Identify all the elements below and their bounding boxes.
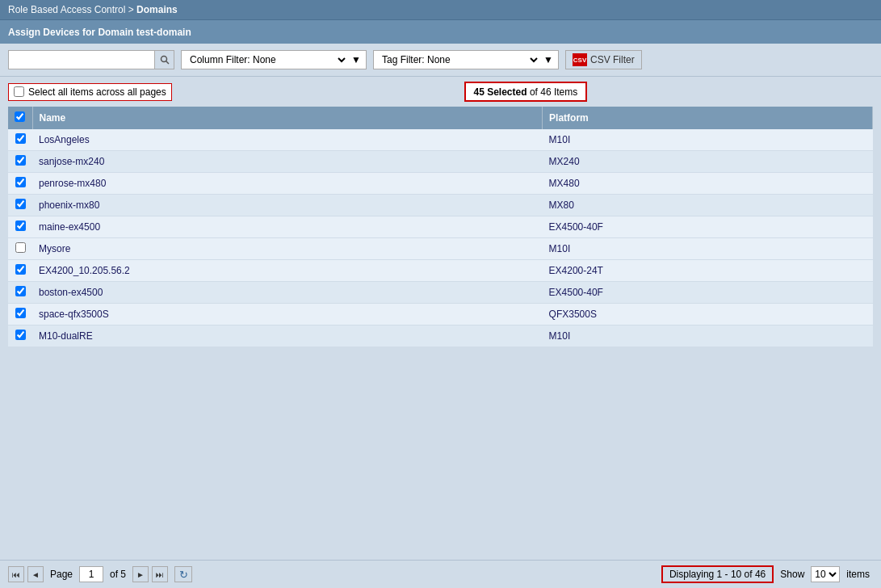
last-page-button[interactable]: ⏭ (152, 566, 168, 582)
table-row: M10-dualREM10I (8, 326, 873, 347)
footer: ⏮ ◄ Page of 5 ► ⏭ ↻ Displaying 1 - 10 of… (0, 560, 881, 588)
row-checkbox-cell (8, 173, 32, 195)
select-all-checkbox[interactable] (14, 86, 24, 97)
search-button[interactable] (154, 51, 174, 69)
row-checkbox-cell (8, 260, 32, 282)
row-checkbox[interactable] (15, 177, 26, 187)
page-label: Page (47, 569, 76, 580)
items-label: items (843, 569, 873, 580)
column-filter-dropdown[interactable]: Column Filter: None ▼ (181, 50, 367, 69)
select-all-text: Select all items across all pages (28, 86, 166, 98)
row-device-platform: EX4500-40F (543, 216, 873, 238)
row-checkbox[interactable] (15, 286, 26, 296)
breadcrumb-part2: Domains (136, 4, 178, 15)
row-checkbox[interactable] (15, 330, 26, 340)
devices-table: Name Platform LosAngelesM10Isanjose-mx24… (8, 107, 873, 347)
select-all-label[interactable]: Select all items across all pages (8, 83, 172, 101)
displaying-text: Displaying 1 - 10 of 46 (669, 569, 766, 580)
selected-count-badge: 45 Selected of 46 Items (464, 82, 588, 102)
csv-icon: CSV (573, 53, 587, 66)
row-checkbox[interactable] (15, 133, 26, 144)
table-row: EX4200_10.205.56.2EX4200-24T (8, 260, 873, 282)
search-box[interactable] (8, 50, 174, 69)
col-header-name: Name (32, 107, 543, 129)
tag-filter-dropdown[interactable]: Tag Filter: None ▼ (373, 50, 559, 69)
row-device-name: EX4200_10.205.56.2 (32, 260, 543, 282)
main-content: Name Platform LosAngelesM10Isanjose-mx24… (0, 107, 881, 347)
row-device-name: Mysore (32, 238, 543, 260)
tag-filter-select[interactable]: Tag Filter: None (379, 53, 540, 66)
table-row: penrose-mx480MX480 (8, 173, 873, 195)
row-device-name: maine-ex4500 (32, 216, 543, 238)
svg-line-1 (166, 61, 169, 65)
row-checkbox[interactable] (15, 199, 26, 209)
row-device-name: M10-dualRE (32, 326, 543, 347)
row-device-platform: MX80 (543, 195, 873, 216)
row-device-platform: M10I (543, 326, 873, 347)
show-select[interactable]: 10 25 50 (811, 566, 840, 582)
row-device-name: phoenix-mx80 (32, 195, 543, 216)
title-bar: Role Based Access Control > Domains (0, 0, 881, 20)
selected-count-suffix: of 46 Items (527, 86, 578, 98)
column-filter-select[interactable]: Column Filter: None (187, 53, 348, 66)
row-device-name: sanjose-mx240 (32, 151, 543, 173)
row-checkbox-cell (8, 216, 32, 238)
table-row: maine-ex4500EX4500-40F (8, 216, 873, 238)
row-device-platform: EX4500-40F (543, 282, 873, 304)
first-page-button[interactable]: ⏮ (8, 566, 24, 582)
row-device-name: boston-ex4500 (32, 282, 543, 304)
header-checkbox[interactable] (15, 111, 25, 122)
row-checkbox-cell (8, 151, 32, 173)
column-filter-chevron-icon: ▼ (351, 54, 361, 65)
table-row: sanjose-mx240MX240 (8, 151, 873, 173)
row-checkbox[interactable] (15, 155, 26, 166)
row-checkbox-cell (8, 195, 32, 216)
selected-count-number: 45 Selected (474, 86, 527, 98)
row-device-name: LosAngeles (32, 129, 543, 151)
row-device-platform: QFX3500S (543, 304, 873, 326)
table-header-row: Name Platform (8, 107, 873, 129)
breadcrumb-separator: > (128, 4, 136, 15)
row-checkbox[interactable] (15, 264, 26, 275)
row-checkbox-cell (8, 282, 32, 304)
breadcrumb-part1: Role Based Access Control (8, 4, 125, 15)
row-checkbox[interactable] (15, 308, 26, 318)
table-row: MysoreM10I (8, 238, 873, 260)
toolbar: Column Filter: None ▼ Tag Filter: None ▼… (0, 44, 881, 77)
of-pages-label: of 5 (107, 569, 129, 580)
col-header-platform: Platform (543, 107, 873, 129)
tag-filter-chevron-icon: ▼ (543, 54, 553, 65)
select-all-bar: Select all items across all pages 45 Sel… (0, 77, 881, 107)
row-checkbox-cell (8, 304, 32, 326)
prev-page-button[interactable]: ◄ (27, 566, 44, 582)
show-label: Show (777, 569, 808, 580)
search-icon (160, 55, 170, 65)
row-device-name: space-qfx3500S (32, 304, 543, 326)
row-checkbox[interactable] (15, 242, 26, 253)
search-input[interactable] (9, 51, 154, 69)
svg-point-0 (161, 57, 166, 62)
page-input[interactable] (79, 566, 103, 582)
row-checkbox[interactable] (15, 220, 26, 231)
table-row: LosAngelesM10I (8, 129, 873, 151)
row-device-platform: M10I (543, 238, 873, 260)
csv-filter-label: CSV Filter (590, 54, 635, 65)
row-device-platform: M10I (543, 129, 873, 151)
row-device-name: penrose-mx480 (32, 173, 543, 195)
row-checkbox-cell (8, 238, 32, 260)
row-device-platform: EX4200-24T (543, 260, 873, 282)
row-device-platform: MX480 (543, 173, 873, 195)
row-checkbox-cell (8, 129, 32, 151)
table-row: phoenix-mx80MX80 (8, 195, 873, 216)
next-page-button[interactable]: ► (132, 566, 149, 582)
row-checkbox-cell (8, 326, 32, 347)
table-row: space-qfx3500SQFX3500S (8, 304, 873, 326)
refresh-button[interactable]: ↻ (174, 566, 192, 582)
csv-filter-button[interactable]: CSV CSV Filter (565, 50, 642, 69)
table-row: boston-ex4500EX4500-40F (8, 282, 873, 304)
row-device-platform: MX240 (543, 151, 873, 173)
section-header: Assign Devices for Domain test-domain (0, 20, 881, 44)
displaying-info: Displaying 1 - 10 of 46 (661, 565, 774, 583)
col-header-checkbox (8, 107, 32, 129)
